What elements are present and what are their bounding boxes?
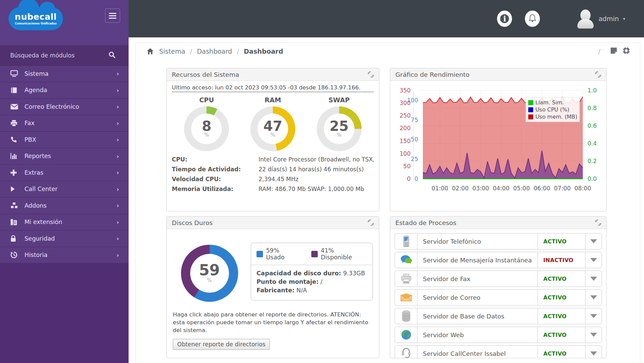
search-icon[interactable]	[108, 51, 116, 60]
chevron-right-icon: ›	[117, 136, 119, 143]
svg-text:1.0: 1.0	[588, 87, 597, 94]
gauge-label: RAM	[244, 96, 302, 104]
content-area: Sistema/Dashboard/Dashboard / Recursos d…	[129, 37, 644, 363]
faxprinter-icon	[395, 271, 417, 287]
sidebar-item-label: Extras	[24, 169, 117, 176]
dropdown-arrow-icon	[590, 239, 597, 243]
process-row: Servidor WebACTIVO	[395, 327, 602, 343]
lifering-icon[interactable]	[622, 47, 630, 56]
breadcrumb-item[interactable]: Sistema	[159, 48, 185, 55]
chat-icon	[395, 252, 417, 268]
svg-text:0.8: 0.8	[588, 105, 597, 111]
svg-text:0: 0	[407, 175, 411, 182]
home-icon[interactable]	[147, 48, 154, 55]
process-actions-dropdown[interactable]	[585, 271, 601, 287]
sidebar-item-correo-electr-nico[interactable]: Correo Electrónico›	[0, 99, 129, 115]
panel-discos-duros: Discos Duros 59 %	[166, 216, 379, 358]
process-actions-dropdown[interactable]	[585, 252, 601, 268]
process-actions-dropdown[interactable]	[585, 308, 601, 324]
faxmachine-icon	[10, 218, 18, 226]
svg-text:08:00: 08:00	[575, 185, 591, 192]
sidebar-item-label: Agenda	[24, 87, 117, 93]
breadcrumb-item[interactable]: Dashboard	[197, 48, 232, 55]
process-name: Servidor de Fax	[417, 271, 538, 287]
sidebar-item-label: Correo Electrónico	[24, 103, 117, 110]
sidebar-item-call-center[interactable]: Call Center›	[0, 181, 129, 198]
process-actions-dropdown[interactable]	[585, 290, 601, 305]
sidebar-item-sistema[interactable]: Sistema›	[0, 66, 129, 82]
note-icon[interactable]	[610, 47, 617, 56]
sidebar-item-mi-extensi-n[interactable]: Mi extensión›	[0, 214, 129, 231]
process-status-badge: ACTIVO	[538, 327, 585, 343]
content-card: Sistema/Dashboard/Dashboard / Recursos d…	[135, 42, 640, 363]
book-icon	[10, 86, 18, 94]
sidebar-item-extras[interactable]: Extras›	[0, 165, 129, 181]
envelope-icon	[10, 103, 18, 110]
hamburger-menu-button[interactable]	[105, 8, 120, 23]
headset-icon	[395, 346, 417, 358]
history-icon	[10, 251, 18, 259]
process-row: Servidor de Mensajería InstantáneaINACTI…	[395, 252, 602, 268]
sidebar-item-fax[interactable]: Fax›	[0, 115, 129, 132]
get-directory-report-button[interactable]: Obtener reporte de directorios	[173, 339, 270, 350]
chevron-right-icon: ›	[117, 169, 119, 176]
mobilephone-icon	[395, 234, 417, 249]
sidebar-item-pbx[interactable]: PBX›	[0, 132, 129, 148]
process-status-badge: ACTIVO	[538, 271, 585, 287]
dropdown-arrow-icon	[590, 277, 597, 281]
system-gauges: CPU8%RAM47%SWAP25%	[167, 92, 379, 151]
panel-title: Recursos del Sistema	[172, 71, 239, 78]
svg-text:0.6: 0.6	[588, 122, 597, 129]
info-button[interactable]: i	[497, 11, 512, 27]
process-status-badge: ACTIVO	[538, 290, 585, 305]
nubecall-logo: nubecall Comunicaciones Unificadas	[9, 7, 63, 30]
process-actions-dropdown[interactable]	[585, 234, 601, 249]
process-actions-dropdown[interactable]	[585, 346, 601, 358]
sidebar-item-agenda[interactable]: Agenda›	[0, 82, 129, 99]
sidebar-item-reportes[interactable]: Reportes›	[0, 148, 129, 165]
dropdown-arrow-icon	[590, 258, 597, 262]
process-status-badge: ACTIVO	[538, 308, 585, 324]
user-menu[interactable]: admin ▾	[577, 9, 625, 29]
refresh-icon[interactable]	[367, 71, 375, 78]
process-name: Servidor de Base de Datos	[417, 308, 538, 324]
process-row: Servidor de Base de DatosACTIVO	[395, 308, 602, 324]
ram-gauge: RAM47%	[244, 94, 302, 151]
chevron-right-icon: ›	[117, 219, 119, 226]
sidebar-item-historia[interactable]: Historia›	[0, 247, 129, 264]
refresh-icon[interactable]	[594, 219, 602, 226]
svg-text:350: 350	[400, 87, 411, 94]
system-detail-row: CPU:Intel Core Processor (Broadwell, no …	[172, 156, 374, 163]
process-actions-dropdown[interactable]	[585, 327, 601, 343]
module-search[interactable]: Búsqueda de módulos	[0, 45, 129, 66]
disk-info-box: 59% Usado41% Disponible Capacidad de dis…	[251, 243, 373, 300]
chart-legend-item: Uso mem. (MB)	[528, 113, 577, 120]
notifications-button[interactable]	[525, 11, 540, 27]
sidebar-item-seguridad[interactable]: Seguridad›	[0, 230, 129, 247]
refresh-icon[interactable]	[367, 219, 375, 226]
sidebar-item-label: Addons	[24, 202, 117, 209]
process-status-badge: INACTIVO	[538, 252, 585, 268]
globe-icon	[395, 327, 417, 343]
logo-subtitle: Comunicaciones Unificadas	[9, 22, 63, 25]
disk-usage-donut: 59 %	[181, 245, 238, 302]
chevron-right-icon: ›	[117, 252, 119, 259]
printer-icon	[10, 119, 18, 127]
breadcrumb-item: Dashboard	[244, 48, 283, 55]
breadcrumb-separator: /	[237, 48, 239, 55]
sidebar-item-label: Seguridad	[24, 235, 117, 242]
svg-text:0.4: 0.4	[588, 140, 597, 147]
dropdown-arrow-icon	[590, 333, 597, 337]
process-status-badge: ACTIVO	[538, 346, 585, 358]
breadcrumb-separator: /	[190, 48, 192, 55]
monitor-icon	[10, 70, 18, 77]
panel-title: Discos Duros	[172, 219, 213, 226]
breadcrumb-trailing-separator: /	[598, 48, 600, 55]
refresh-icon[interactable]	[594, 71, 602, 78]
sidebar-item-addons[interactable]: Addons›	[0, 197, 129, 214]
system-detail-row: Memoria Utilizada:RAM: 486.70 Mb SWAP: 1…	[172, 186, 374, 192]
svg-text:50: 50	[411, 136, 418, 143]
svg-text:03:00: 03:00	[473, 185, 489, 192]
username-label: admin	[598, 15, 619, 22]
process-name: Servidor Web	[417, 327, 538, 343]
